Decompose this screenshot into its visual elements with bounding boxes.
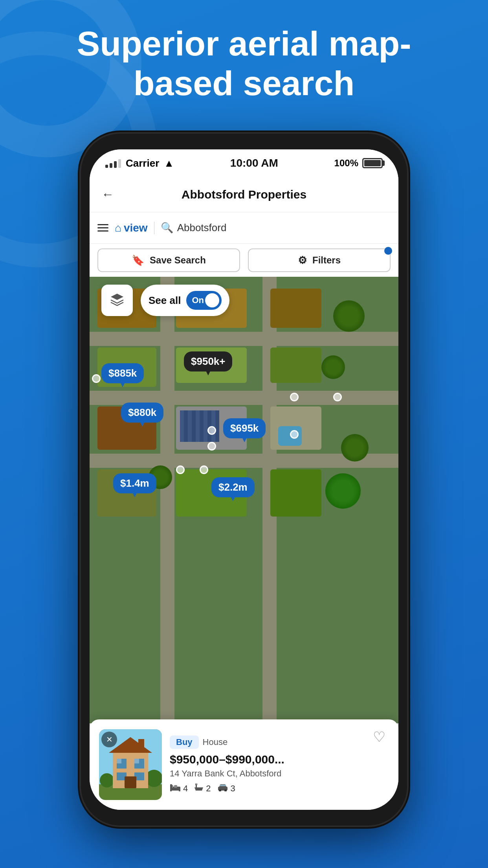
price-2-2m-text: $2.2m bbox=[218, 481, 248, 493]
svg-point-2 bbox=[100, 773, 114, 787]
nav-title: Abbotsford Properties bbox=[182, 188, 306, 201]
headline-text: Superior aerial map-based search bbox=[0, 24, 488, 103]
toggle-on[interactable]: On bbox=[186, 291, 222, 310]
heart-icon: ♡ bbox=[373, 729, 385, 745]
feature-cars: 3 bbox=[217, 783, 235, 794]
svg-rect-12 bbox=[117, 759, 121, 763]
baths-count: 2 bbox=[206, 783, 211, 794]
svg-rect-13 bbox=[134, 759, 139, 763]
heart-button[interactable]: ♡ bbox=[369, 727, 389, 747]
map-dot-4[interactable] bbox=[333, 393, 342, 401]
logo-house-icon: ⌂ bbox=[115, 222, 121, 234]
bed-icon bbox=[170, 783, 181, 794]
svg-rect-16 bbox=[179, 790, 180, 791]
filters-button[interactable]: ⚙ Filters bbox=[248, 248, 391, 272]
map-dot-1[interactable] bbox=[92, 374, 101, 383]
status-time: 10:00 AM bbox=[230, 157, 278, 169]
map-dot-2[interactable] bbox=[207, 426, 216, 435]
road-horizontal-1 bbox=[90, 332, 398, 346]
svg-rect-19 bbox=[170, 784, 172, 790]
search-bar-row: ⌂ view 🔍 Abbotsford bbox=[90, 212, 398, 244]
cars-count: 3 bbox=[231, 783, 235, 794]
map-area[interactable]: $885k $950k+ $880k $695k $1.4m $2.2m bbox=[90, 277, 398, 723]
beds-count: 4 bbox=[183, 783, 188, 794]
car-icon bbox=[217, 783, 228, 794]
hamburger-button[interactable] bbox=[97, 224, 108, 232]
svg-rect-15 bbox=[170, 790, 172, 791]
property-tags: Buy House bbox=[170, 736, 389, 749]
property-card[interactable]: ✕ bbox=[90, 719, 398, 810]
filters-label: Filters bbox=[312, 255, 341, 266]
tag-buy: Buy bbox=[170, 736, 199, 749]
toggle-on-label: On bbox=[189, 295, 204, 305]
map-dot-6[interactable] bbox=[207, 442, 216, 451]
svg-rect-18 bbox=[174, 785, 177, 788]
signal-bar-1 bbox=[105, 165, 108, 168]
price-950k-text: $950k+ bbox=[191, 355, 225, 367]
save-search-label: Save Search bbox=[150, 255, 206, 266]
signal-bar-3 bbox=[114, 161, 117, 168]
property-price: $950,000–$990,000... bbox=[170, 753, 389, 766]
search-location-text: Abbotsford bbox=[177, 222, 227, 234]
logo-area: ⌂ view bbox=[115, 222, 154, 234]
svg-rect-10 bbox=[125, 776, 136, 788]
map-dot-8[interactable] bbox=[200, 465, 208, 474]
phone-screen: Carrier ▲ 10:00 AM 100% ← Abbotsford Pro… bbox=[90, 149, 398, 810]
logo-text: view bbox=[124, 222, 148, 234]
tree-2 bbox=[321, 355, 345, 379]
feature-beds: 4 bbox=[170, 783, 188, 794]
back-button[interactable]: ← bbox=[101, 187, 114, 202]
property-info: Buy House $950,000–$990,000... 14 Yarra … bbox=[170, 736, 389, 794]
search-icon: 🔍 bbox=[161, 222, 173, 234]
aerial-map-bg bbox=[90, 277, 398, 723]
price-880k-text: $880k bbox=[128, 406, 156, 418]
close-card-button[interactable]: ✕ bbox=[101, 732, 117, 747]
bookmark-icon: 🔖 bbox=[132, 254, 144, 267]
layers-icon bbox=[110, 292, 124, 309]
price-badge-885k[interactable]: $885k bbox=[101, 363, 144, 383]
save-search-button[interactable]: 🔖 Save Search bbox=[97, 248, 240, 272]
price-1-4m-text: $1.4m bbox=[120, 477, 149, 489]
property-block-3 bbox=[270, 289, 321, 328]
battery-percent: 100% bbox=[334, 158, 358, 169]
map-dot-3[interactable] bbox=[290, 393, 299, 401]
tag-type: House bbox=[203, 737, 228, 747]
filter-dot bbox=[384, 247, 392, 255]
feature-baths: 2 bbox=[194, 783, 211, 794]
price-badge-695k[interactable]: $695k bbox=[223, 418, 266, 438]
price-badge-880k[interactable]: $880k bbox=[121, 403, 163, 423]
map-dot-7[interactable] bbox=[176, 465, 185, 474]
sliders-icon: ⚙ bbox=[298, 254, 307, 267]
wifi-icon: ▲ bbox=[164, 157, 174, 169]
price-badge-950k[interactable]: $950k+ bbox=[184, 351, 232, 371]
signal-bar-4 bbox=[118, 159, 121, 168]
status-right: 100% bbox=[334, 158, 383, 169]
tree-4 bbox=[325, 473, 361, 509]
carrier-label: Carrier bbox=[126, 157, 159, 169]
hamburger-line-1 bbox=[97, 224, 108, 225]
search-input-area[interactable]: 🔍 Abbotsford bbox=[161, 222, 391, 234]
tree-1 bbox=[333, 300, 365, 332]
battery-icon bbox=[362, 158, 383, 168]
hamburger-line-3 bbox=[97, 230, 108, 232]
road-vertical-1 bbox=[160, 277, 174, 723]
hamburger-line-2 bbox=[97, 227, 108, 228]
action-row: 🔖 Save Search ⚙ Filters bbox=[90, 244, 398, 277]
map-dot-5[interactable] bbox=[290, 430, 299, 439]
battery-fill bbox=[364, 160, 381, 166]
see-all-label: See all bbox=[149, 294, 181, 307]
phone-shell: Carrier ▲ 10:00 AM 100% ← Abbotsford Pro… bbox=[81, 134, 407, 826]
svg-rect-11 bbox=[138, 739, 144, 751]
see-all-toggle[interactable]: See all On bbox=[141, 285, 229, 316]
price-badge-2-2m[interactable]: $2.2m bbox=[211, 477, 255, 497]
property-features: 4 2 bbox=[170, 783, 389, 794]
price-885k-text: $885k bbox=[108, 367, 137, 379]
bath-icon bbox=[194, 783, 204, 794]
map-layers-button[interactable] bbox=[101, 285, 133, 316]
status-left: Carrier ▲ bbox=[105, 157, 174, 169]
price-badge-1-4m[interactable]: $1.4m bbox=[113, 473, 156, 493]
svg-rect-23 bbox=[220, 785, 226, 786]
toggle-circle bbox=[205, 293, 219, 307]
signal-bars-icon bbox=[105, 158, 121, 168]
property-image: ✕ bbox=[99, 729, 162, 800]
